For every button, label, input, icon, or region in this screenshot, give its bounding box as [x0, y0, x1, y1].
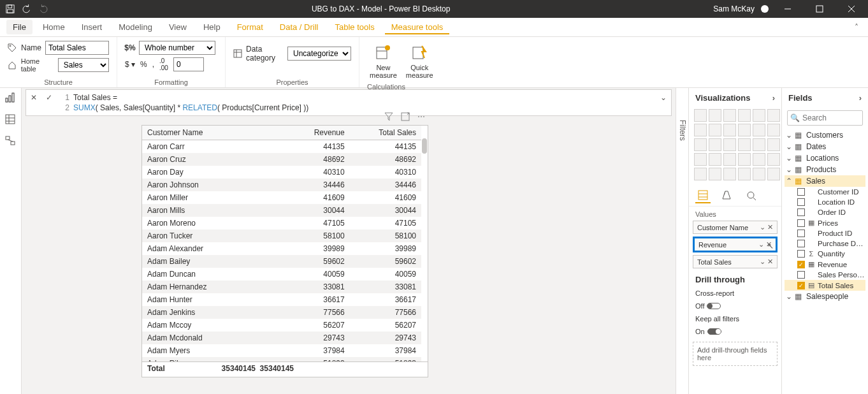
checkbox-icon[interactable] [797, 230, 805, 237]
viz-type-icon[interactable] [753, 109, 765, 122]
measure-name-input[interactable] [45, 41, 109, 55]
table-row[interactable]: Adam Jenkins7756677566 [142, 306, 421, 319]
viz-type-icon[interactable] [767, 153, 780, 166]
maximize-button[interactable] [807, 0, 832, 18]
table-row[interactable]: Aaron Cruz4869248692 [142, 153, 421, 166]
close-button[interactable] [839, 0, 864, 18]
fields-search[interactable]: 🔍 [787, 110, 863, 126]
report-view-button[interactable] [4, 92, 17, 105]
table-row[interactable]: Aaron Carr4413544135 [142, 140, 421, 154]
viz-type-icon[interactable] [738, 153, 751, 166]
checkbox-icon[interactable] [797, 198, 805, 206]
table-row[interactable]: Adam Hernandez3308133081 [142, 281, 421, 293]
viz-type-icon[interactable] [753, 153, 765, 166]
currency-format-button[interactable]: $ ▾ [125, 60, 135, 69]
quick-measure-button[interactable]: Quick measure [403, 41, 436, 80]
value-well-total-sales[interactable]: Total Sales⌄✕ [693, 255, 778, 268]
table-row[interactable]: Aaron Johnson3444634446 [142, 179, 421, 191]
col-total-sales[interactable]: Total Sales [350, 126, 421, 140]
viz-type-icon[interactable] [723, 138, 736, 151]
checkbox-icon[interactable] [797, 219, 805, 227]
viz-type-icon[interactable] [767, 109, 780, 122]
table-row[interactable]: Adam Bailey5960259602 [142, 255, 421, 268]
chevron-down-icon[interactable]: ⌄ [760, 223, 765, 231]
checkbox-icon[interactable] [797, 250, 805, 258]
viz-type-icon[interactable] [709, 168, 721, 180]
viz-type-icon[interactable] [723, 153, 736, 166]
viz-type-icon[interactable] [738, 168, 751, 180]
value-well-customer-name[interactable]: Customer Name⌄✕ [693, 221, 778, 234]
field-product-id[interactable]: Product ID [785, 228, 865, 238]
menu-file[interactable]: File [6, 20, 33, 34]
viz-type-icon[interactable] [723, 124, 736, 136]
menu-insert[interactable]: Insert [75, 20, 109, 34]
table-sales[interactable]: ⌃▦Sales [785, 175, 865, 187]
formula-bar[interactable]: ✕ ✓ 1Total Sales = 2SUMX( Sales, Sales[Q… [25, 89, 672, 116]
viz-type-icon[interactable] [709, 124, 721, 136]
table-visual[interactable]: ⋯ Customer Name Revenue Total Sales Aaro… [141, 125, 428, 377]
checkbox-icon[interactable] [797, 240, 805, 247]
table-row[interactable]: Aaron Moreno4710547105 [142, 217, 421, 230]
viz-type-icon[interactable] [767, 168, 780, 180]
table-row[interactable]: Aaron Miller4160941609 [142, 191, 421, 204]
table-row[interactable]: Adam Mccoy5620756207 [142, 319, 421, 332]
viz-type-icon[interactable] [694, 109, 707, 122]
field-quantity[interactable]: ΣQuantity [785, 249, 865, 259]
search-input[interactable] [802, 113, 860, 122]
remove-field-icon[interactable]: ✕ [767, 223, 773, 231]
checkbox-icon[interactable] [797, 271, 805, 279]
user-name[interactable]: Sam McKay [713, 4, 755, 13]
checkbox-icon[interactable] [797, 208, 805, 216]
formula-expand-button[interactable]: ⌄ [656, 90, 671, 105]
viz-type-icon[interactable] [767, 124, 780, 136]
menu-help[interactable]: Help [197, 20, 227, 34]
formula-cancel-button[interactable]: ✕ [26, 90, 41, 105]
data-view-button[interactable] [4, 113, 17, 126]
field-total-sales[interactable]: ✓▤Total Sales [785, 280, 865, 291]
menu-data-drill[interactable]: Data / Drill [273, 20, 325, 34]
viz-type-icon[interactable] [738, 138, 751, 151]
table-locations[interactable]: ⌄▦Locations [785, 152, 865, 164]
field-location-id[interactable]: Location ID [785, 197, 865, 207]
col-customer-name[interactable]: Customer Name [142, 126, 273, 140]
keep-filters-toggle[interactable]: On [689, 326, 781, 339]
menu-format[interactable]: Format [231, 20, 270, 34]
remove-field-icon[interactable]: ✕ [767, 258, 773, 266]
table-customers[interactable]: ⌄▦Customers [785, 129, 865, 141]
minimize-button[interactable] [775, 0, 800, 18]
more-options-icon[interactable]: ⋯ [417, 112, 428, 122]
field-sales-perso-[interactable]: Sales Perso… [785, 270, 865, 280]
undo-icon[interactable] [22, 4, 32, 14]
value-well-revenue[interactable]: Revenue⌄✕↖ [693, 237, 778, 252]
menu-measure-tools[interactable]: Measure tools [385, 20, 450, 34]
format-select[interactable]: Whole number [139, 41, 215, 55]
table-row[interactable]: Aaron Day4031040310 [142, 166, 421, 179]
data-category-select[interactable]: Uncategorized [287, 47, 351, 61]
collapse-viz-pane-icon[interactable]: › [772, 93, 775, 103]
field-order-id[interactable]: Order ID [785, 207, 865, 217]
filters-pane-collapsed[interactable]: Filters [676, 88, 688, 394]
viz-type-icon[interactable] [767, 138, 780, 151]
comma-format-button[interactable]: , [152, 60, 154, 69]
remove-field-icon[interactable]: ✕↖ [766, 240, 772, 249]
percent-format-button[interactable]: % [140, 60, 147, 69]
collapse-ribbon-icon[interactable]: ˄ [851, 22, 862, 33]
user-avatar[interactable] [761, 5, 769, 13]
field-customer-id[interactable]: Customer ID [785, 187, 865, 197]
table-row[interactable]: Aaron Tucker5810058100 [142, 230, 421, 242]
viz-type-icon[interactable] [723, 168, 736, 180]
home-table-select[interactable]: Sales [58, 58, 109, 72]
viz-type-icon[interactable] [709, 153, 721, 166]
drill-through-dropzone[interactable]: Add drill-through fields here [693, 342, 778, 366]
model-view-button[interactable] [4, 135, 17, 148]
viz-type-icon[interactable] [694, 124, 707, 136]
viz-type-icon[interactable] [738, 109, 751, 122]
formula-commit-button[interactable]: ✓ [41, 90, 57, 105]
chevron-down-icon[interactable]: ⌄ [760, 258, 765, 266]
viz-type-icon[interactable] [694, 138, 707, 151]
viz-type-icon[interactable] [723, 109, 736, 122]
table-row[interactable]: Adam Mcdonald2974329743 [142, 332, 421, 344]
table-row[interactable]: Adam Myers3798437984 [142, 344, 421, 357]
decimal-places-input[interactable] [173, 57, 204, 71]
field-prices[interactable]: ▦Prices [785, 217, 865, 228]
